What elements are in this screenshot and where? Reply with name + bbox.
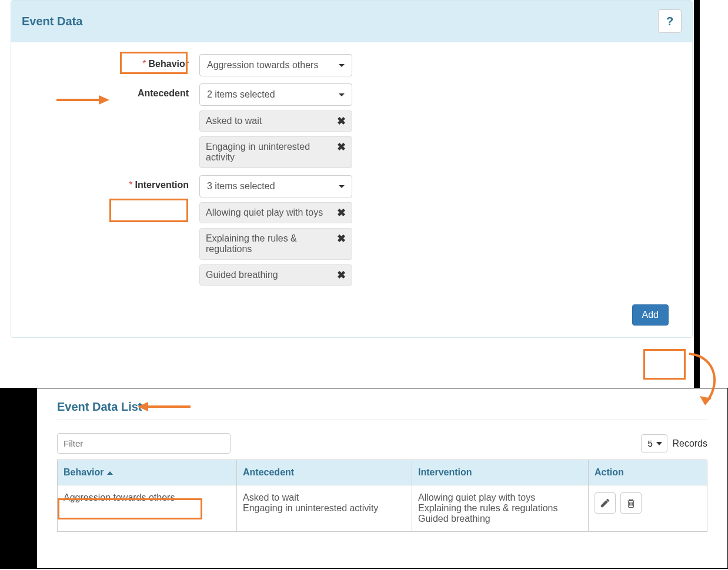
behavior-control-col: Aggression towards others (199, 54, 352, 76)
event-data-title: Event Data (22, 15, 82, 28)
antecedent-chip-1: Engaging in uninterested activity ✖ (199, 136, 352, 168)
required-star: * (129, 180, 132, 190)
intervention-chip-1: Explaining the rules & regulations ✖ (199, 228, 352, 260)
remove-icon[interactable]: ✖ (337, 207, 346, 218)
filter-input[interactable] (57, 433, 231, 454)
cell-antecedent: Asked to wait Engaging in uninterested a… (237, 485, 412, 532)
remove-icon[interactable]: ✖ (337, 270, 346, 280)
antecedent-chip-0: Asked to wait ✖ (199, 110, 352, 132)
intervention-label: Intervention (135, 180, 189, 190)
antecedent-label: Antecedent (138, 88, 189, 98)
col-intervention[interactable]: Intervention (412, 460, 589, 485)
records-label: Records (672, 438, 707, 449)
behavior-label-col: *Behavior (35, 54, 199, 69)
records-select[interactable]: 5 (641, 434, 667, 452)
delete-button[interactable] (620, 492, 642, 514)
help-button[interactable]: ? (658, 9, 682, 33)
intervention-summary: 3 items selected (207, 181, 275, 192)
add-button-wrap: Add (35, 293, 669, 326)
cell-action (589, 485, 707, 532)
behavior-row: *Behavior Aggression towards others (35, 54, 669, 76)
event-data-body: *Behavior Aggression towards others Ante… (11, 42, 692, 337)
event-data-panel: Event Data ? *Behavior Aggression toward… (11, 0, 693, 338)
intervention-dropdown[interactable]: 3 items selected (199, 175, 352, 197)
remove-icon[interactable]: ✖ (337, 142, 346, 152)
intervention-control-col: 3 items selected Allowing quiet play wit… (199, 175, 352, 286)
antecedent-label-col: Antecedent (35, 83, 199, 99)
chip-text: Guided breathing (206, 270, 337, 280)
intervention-label-col: *Intervention (35, 175, 199, 190)
chip-text: Explaining the rules & regulations (206, 233, 337, 254)
behavior-dropdown[interactable]: Aggression towards others (199, 54, 352, 76)
col-behavior[interactable]: Behavior (58, 460, 237, 485)
antecedent-row: Antecedent 2 items selected Asked to wai… (35, 83, 669, 168)
cell-behavior: Aggression towards others (58, 485, 237, 532)
remove-icon[interactable]: ✖ (337, 233, 346, 244)
intervention-row: *Intervention 3 items selected Allowing … (35, 175, 669, 286)
records-wrap: 5 Records (641, 434, 707, 452)
sort-asc-icon (107, 471, 113, 475)
table-header-row: Behavior Antecedent Intervention Action (58, 460, 707, 485)
cell-intervention: Allowing quiet play with toys Explaining… (412, 485, 589, 532)
edit-button[interactable] (595, 492, 616, 514)
chip-text: Asked to wait (206, 116, 337, 126)
event-data-table: Behavior Antecedent Intervention Action … (57, 460, 707, 532)
antecedent-dropdown[interactable]: 2 items selected (199, 83, 352, 106)
add-button[interactable]: Add (632, 304, 669, 326)
annotation-add-highlight (643, 349, 686, 380)
chip-text: Engaging in uninterested activity (206, 142, 337, 163)
event-data-list-panel: Event Data List 5 Records Behavior Antec… (36, 388, 728, 569)
event-data-header: Event Data ? (11, 1, 692, 42)
table-row: Aggression towards others Asked to wait … (58, 485, 707, 532)
help-icon: ? (666, 15, 673, 28)
remove-icon[interactable]: ✖ (337, 116, 346, 126)
behavior-label: Behavior (149, 59, 189, 69)
right-black-strip (694, 0, 700, 388)
col-action: Action (589, 460, 707, 485)
trash-icon (626, 498, 636, 508)
caret-icon (339, 185, 345, 188)
antecedent-control-col: 2 items selected Asked to wait ✖ Engagin… (199, 83, 352, 168)
antecedent-summary: 2 items selected (207, 89, 275, 100)
intervention-chip-0: Allowing quiet play with toys ✖ (199, 202, 352, 223)
intervention-chip-2: Guided breathing ✖ (199, 264, 352, 286)
left-black-strip (0, 388, 36, 569)
event-data-list-title: Event Data List (57, 400, 707, 420)
chip-text: Allowing quiet play with toys (206, 207, 337, 218)
caret-icon (339, 64, 345, 67)
required-star: * (142, 59, 146, 69)
behavior-value: Aggression towards others (207, 60, 318, 71)
col-antecedent[interactable]: Antecedent (237, 460, 412, 485)
caret-icon (339, 93, 345, 96)
table-toolbar: 5 Records (57, 433, 707, 454)
pencil-icon (600, 498, 610, 508)
